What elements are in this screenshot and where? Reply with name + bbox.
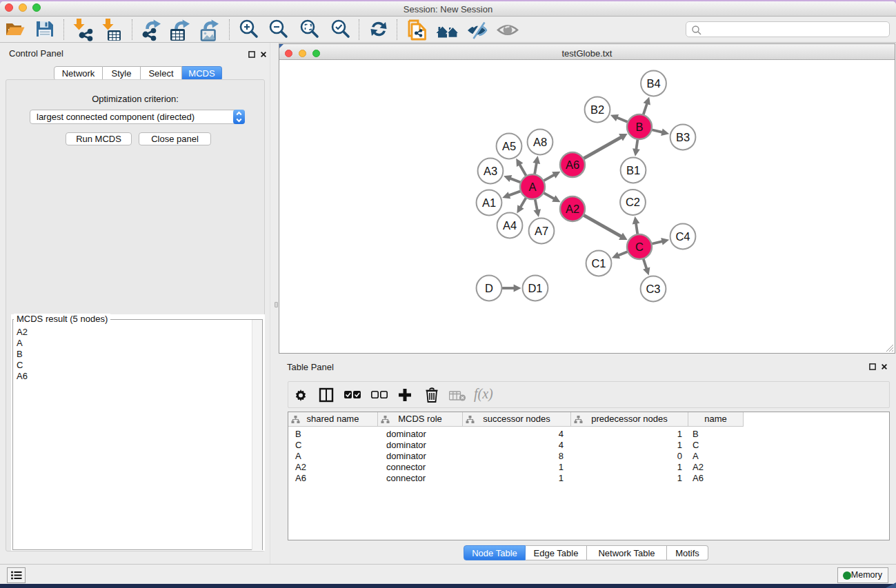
svg-text:C2: C2 — [626, 196, 640, 208]
svg-text:A1: A1 — [482, 196, 496, 209]
svg-text:A7: A7 — [535, 225, 548, 237]
svg-text:A5: A5 — [502, 140, 516, 152]
svg-text:C3: C3 — [646, 283, 660, 295]
svg-text:B2: B2 — [590, 103, 604, 116]
svg-text:A8: A8 — [533, 136, 547, 148]
svg-text:B3: B3 — [676, 131, 690, 143]
svg-text:C: C — [635, 241, 644, 253]
svg-text:D1: D1 — [528, 282, 542, 294]
svg-text:B: B — [635, 121, 643, 133]
svg-text:A: A — [528, 181, 536, 193]
svg-text:C4: C4 — [675, 230, 690, 243]
svg-text:A2: A2 — [566, 203, 579, 215]
svg-text:B1: B1 — [626, 164, 640, 176]
svg-text:C1: C1 — [591, 257, 606, 270]
svg-text:A3: A3 — [484, 165, 497, 177]
svg-text:D: D — [485, 282, 493, 294]
svg-text:A4: A4 — [503, 219, 517, 232]
svg-text:A6: A6 — [566, 159, 579, 171]
svg-text:B4: B4 — [646, 77, 660, 90]
